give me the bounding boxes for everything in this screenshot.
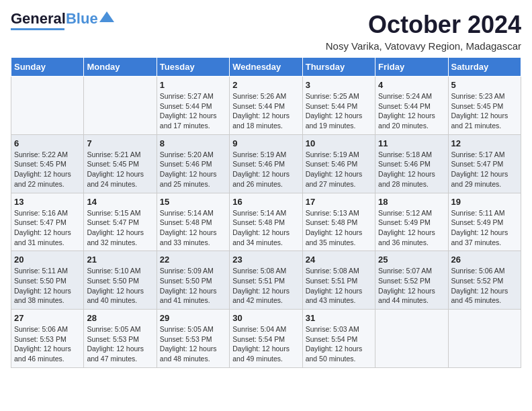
week-row-2: 6Sunrise: 5:22 AM Sunset: 5:45 PM Daylig… [11,134,521,193]
day-number: 17 [306,197,372,207]
column-header-wednesday: Wednesday [230,58,302,77]
cell-content: Sunrise: 5:09 AM Sunset: 5:50 PM Dayligh… [160,266,226,306]
day-number: 5 [451,80,518,90]
cell-content: Sunrise: 5:20 AM Sunset: 5:46 PM Dayligh… [160,150,226,189]
day-number: 25 [378,255,445,265]
day-number: 9 [232,138,299,148]
calendar-cell: 21Sunrise: 5:10 AM Sunset: 5:50 PM Dayli… [84,251,157,310]
calendar-cell: 14Sunrise: 5:15 AM Sunset: 5:47 PM Dayli… [84,193,157,251]
day-number: 15 [160,197,226,207]
day-number: 29 [160,313,226,323]
cell-content: Sunrise: 5:19 AM Sunset: 5:46 PM Dayligh… [306,150,372,189]
day-number: 10 [306,138,372,148]
cell-content: Sunrise: 5:14 AM Sunset: 5:48 PM Dayligh… [160,208,226,248]
calendar-cell: 7Sunrise: 5:21 AM Sunset: 5:45 PM Daylig… [84,134,157,193]
location: Nosy Varika, Vatovavy Region, Madagascar [326,40,521,52]
cell-content: Sunrise: 5:03 AM Sunset: 5:54 PM Dayligh… [306,324,372,364]
cell-content: Sunrise: 5:16 AM Sunset: 5:47 PM Dayligh… [14,208,81,248]
cell-content: Sunrise: 5:05 AM Sunset: 5:53 PM Dayligh… [160,324,226,364]
column-header-saturday: Saturday [448,58,521,77]
day-number: 30 [232,313,299,323]
cell-content: Sunrise: 5:18 AM Sunset: 5:46 PM Dayligh… [378,150,445,189]
calendar-cell: 24Sunrise: 5:08 AM Sunset: 5:51 PM Dayli… [302,251,375,310]
calendar-cell: 18Sunrise: 5:12 AM Sunset: 5:49 PM Dayli… [375,193,448,251]
calendar-cell: 4Sunrise: 5:24 AM Sunset: 5:44 PM Daylig… [375,77,448,135]
calendar-cell: 5Sunrise: 5:23 AM Sunset: 5:45 PM Daylig… [448,77,521,135]
day-number: 26 [451,255,518,265]
cell-content: Sunrise: 5:21 AM Sunset: 5:45 PM Dayligh… [87,150,153,189]
day-number: 23 [232,255,299,265]
cell-content: Sunrise: 5:11 AM Sunset: 5:49 PM Dayligh… [451,208,518,248]
day-number: 27 [14,313,81,323]
cell-content: Sunrise: 5:25 AM Sunset: 5:44 PM Dayligh… [306,91,372,131]
calendar-cell: 25Sunrise: 5:07 AM Sunset: 5:52 PM Dayli… [375,251,448,310]
calendar-cell: 11Sunrise: 5:18 AM Sunset: 5:46 PM Dayli… [375,134,448,193]
day-number: 2 [232,80,299,90]
calendar-cell [84,77,157,135]
page-header: GeneralBlue October 2024 Nosy Varika, Va… [11,11,521,52]
calendar-cell: 28Sunrise: 5:05 AM Sunset: 5:53 PM Dayli… [84,310,157,368]
day-number: 20 [14,255,81,265]
cell-content: Sunrise: 5:27 AM Sunset: 5:44 PM Dayligh… [160,91,226,131]
day-number: 24 [306,255,372,265]
column-header-thursday: Thursday [302,58,375,77]
calendar-cell: 17Sunrise: 5:13 AM Sunset: 5:48 PM Dayli… [302,193,375,251]
calendar-cell: 29Sunrise: 5:05 AM Sunset: 5:53 PM Dayli… [157,310,229,368]
cell-content: Sunrise: 5:07 AM Sunset: 5:52 PM Dayligh… [378,266,445,306]
calendar-cell: 8Sunrise: 5:20 AM Sunset: 5:46 PM Daylig… [157,134,229,193]
cell-content: Sunrise: 5:13 AM Sunset: 5:48 PM Dayligh… [306,208,372,248]
cell-content: Sunrise: 5:11 AM Sunset: 5:50 PM Dayligh… [14,266,81,306]
day-number: 12 [451,138,518,148]
calendar-cell: 2Sunrise: 5:26 AM Sunset: 5:44 PM Daylig… [230,77,302,135]
calendar-cell: 22Sunrise: 5:09 AM Sunset: 5:50 PM Dayli… [157,251,229,310]
calendar-cell: 13Sunrise: 5:16 AM Sunset: 5:47 PM Dayli… [11,193,84,251]
calendar-cell: 9Sunrise: 5:19 AM Sunset: 5:46 PM Daylig… [230,134,302,193]
cell-content: Sunrise: 5:06 AM Sunset: 5:52 PM Dayligh… [451,266,518,306]
cell-content: Sunrise: 5:17 AM Sunset: 5:47 PM Dayligh… [451,150,518,189]
day-number: 8 [160,138,226,148]
cell-content: Sunrise: 5:22 AM Sunset: 5:45 PM Dayligh… [14,150,81,189]
calendar-cell: 15Sunrise: 5:14 AM Sunset: 5:48 PM Dayli… [157,193,229,251]
calendar-cell: 20Sunrise: 5:11 AM Sunset: 5:50 PM Dayli… [11,251,84,310]
day-number: 1 [160,80,226,90]
cell-content: Sunrise: 5:08 AM Sunset: 5:51 PM Dayligh… [306,266,372,306]
calendar-cell: 16Sunrise: 5:14 AM Sunset: 5:48 PM Dayli… [230,193,302,251]
day-number: 18 [378,197,445,207]
week-row-4: 20Sunrise: 5:11 AM Sunset: 5:50 PM Dayli… [11,251,521,310]
day-number: 7 [87,138,153,148]
logo-underline [11,28,64,30]
cell-content: Sunrise: 5:14 AM Sunset: 5:48 PM Dayligh… [232,208,299,248]
calendar-cell [375,310,448,368]
cell-content: Sunrise: 5:10 AM Sunset: 5:50 PM Dayligh… [87,266,153,306]
title-section: October 2024 Nosy Varika, Vatovavy Regio… [326,11,521,52]
day-number: 31 [306,313,372,323]
cell-content: Sunrise: 5:06 AM Sunset: 5:53 PM Dayligh… [14,324,81,364]
calendar-cell: 27Sunrise: 5:06 AM Sunset: 5:53 PM Dayli… [11,310,84,368]
calendar-cell: 12Sunrise: 5:17 AM Sunset: 5:47 PM Dayli… [448,134,521,193]
day-number: 22 [160,255,226,265]
day-number: 21 [87,255,153,265]
calendar-cell [448,310,521,368]
column-header-tuesday: Tuesday [157,58,229,77]
month-title: October 2024 [326,11,521,39]
week-row-5: 27Sunrise: 5:06 AM Sunset: 5:53 PM Dayli… [11,310,521,368]
day-number: 11 [378,138,445,148]
day-number: 28 [87,313,153,323]
calendar-cell: 6Sunrise: 5:22 AM Sunset: 5:45 PM Daylig… [11,134,84,193]
day-number: 6 [14,138,81,148]
calendar-cell: 3Sunrise: 5:25 AM Sunset: 5:44 PM Daylig… [302,77,375,135]
calendar-cell: 23Sunrise: 5:08 AM Sunset: 5:51 PM Dayli… [230,251,302,310]
column-header-monday: Monday [84,58,157,77]
cell-content: Sunrise: 5:15 AM Sunset: 5:47 PM Dayligh… [87,208,153,248]
day-number: 19 [451,197,518,207]
calendar-header-row: SundayMondayTuesdayWednesdayThursdayFrid… [11,58,521,77]
cell-content: Sunrise: 5:12 AM Sunset: 5:49 PM Dayligh… [378,208,445,248]
calendar-cell: 1Sunrise: 5:27 AM Sunset: 5:44 PM Daylig… [157,77,229,135]
week-row-1: 1Sunrise: 5:27 AM Sunset: 5:44 PM Daylig… [11,77,521,135]
column-header-sunday: Sunday [11,58,84,77]
cell-content: Sunrise: 5:26 AM Sunset: 5:44 PM Dayligh… [232,91,299,131]
calendar-cell [11,77,84,135]
column-header-friday: Friday [375,58,448,77]
calendar-cell: 30Sunrise: 5:04 AM Sunset: 5:54 PM Dayli… [230,310,302,368]
logo-icon [99,10,114,25]
